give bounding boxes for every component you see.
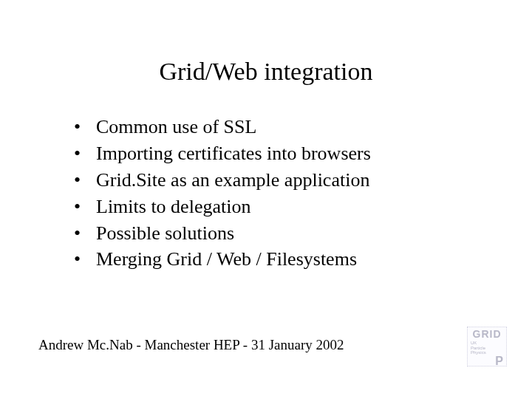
bullet-item: Grid.Site as an example application xyxy=(74,167,488,194)
bullet-item: Importing certificates into browsers xyxy=(74,140,488,167)
slide-content: Common use of SSL Importing certificates… xyxy=(0,114,532,273)
bullet-list: Common use of SSL Importing certificates… xyxy=(74,114,488,273)
slide-title: Grid/Web integration xyxy=(0,0,532,114)
bullet-item: Merging Grid / Web / Filesystems xyxy=(74,246,488,273)
slide-footer: Andrew Mc.Nab - Manchester HEP - 31 Janu… xyxy=(38,337,344,353)
logo-text-top: GRID xyxy=(468,327,506,339)
logo-text-mid: UK Particle Physics xyxy=(468,339,506,355)
logo-text-bot: P xyxy=(468,355,506,368)
bullet-item: Limits to delegation xyxy=(74,194,488,220)
slide: Grid/Web integration Common use of SSL I… xyxy=(0,0,532,399)
logo-text-particle: Particle xyxy=(471,346,485,350)
logo-text-physics: Physics xyxy=(471,350,486,355)
gridpp-logo: GRID UK Particle Physics P xyxy=(467,327,507,366)
logo-text-uk: UK xyxy=(471,341,477,345)
bullet-item: Common use of SSL xyxy=(74,114,488,140)
bullet-item: Possible solutions xyxy=(74,220,488,247)
